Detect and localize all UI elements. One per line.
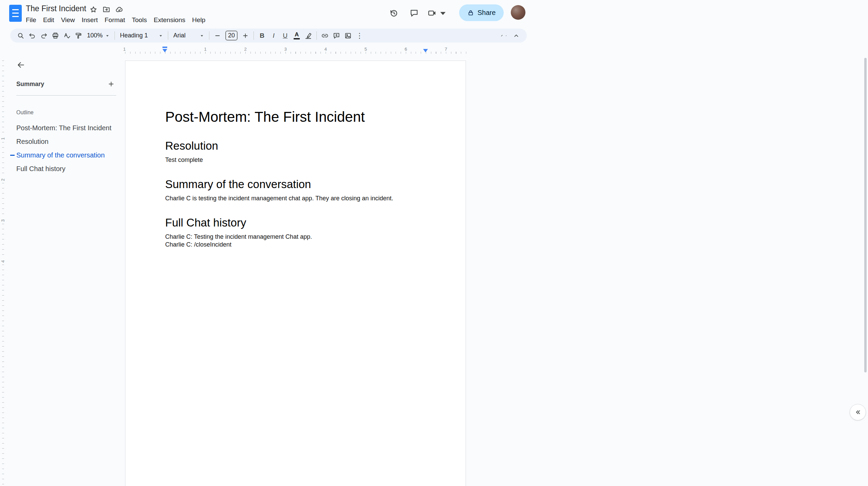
insert-image-button[interactable]: [342, 30, 354, 41]
outline-item[interactable]: Post-Mortem: The First Incident: [0, 121, 122, 135]
history-icon: [389, 9, 398, 18]
doc-heading[interactable]: Summary of the conversation: [165, 178, 432, 191]
account-avatar[interactable]: [511, 5, 525, 20]
doc-paragraph[interactable]: Charlie C is testing the incident manage…: [165, 195, 432, 202]
redo-button[interactable]: [38, 30, 50, 41]
menu-item[interactable]: Extensions: [150, 15, 189, 25]
minus-icon: [214, 32, 221, 39]
menu-item[interactable]: Format: [101, 15, 128, 25]
menu-item[interactable]: Insert: [78, 15, 101, 25]
doc-paragraph[interactable]: Test complete: [165, 156, 432, 164]
font-size-input[interactable]: 20: [225, 31, 238, 40]
chevron-down-icon: [105, 34, 109, 38]
text-color-button[interactable]: A: [291, 30, 302, 41]
star-button[interactable]: [88, 4, 99, 15]
ruler-number: 4: [324, 47, 327, 52]
undo-icon: [29, 32, 36, 39]
bold-icon: B: [260, 32, 264, 39]
add-summary-button[interactable]: [106, 79, 116, 89]
paragraph-style-select[interactable]: Heading 1: [117, 30, 166, 41]
comment-icon: [410, 9, 419, 18]
ruler-number: 4: [0, 258, 5, 265]
docs-logo[interactable]: [9, 5, 22, 22]
paint-roller-icon: [75, 32, 82, 39]
lock-icon: [467, 10, 474, 16]
more-toolbar-options-button[interactable]: ⋮: [354, 30, 365, 41]
ruler-number: 1: [204, 47, 206, 52]
font-family-select[interactable]: Arial: [171, 30, 207, 41]
first-line-indent-marker[interactable]: [162, 47, 167, 48]
title-actions: [88, 4, 124, 15]
ruler-number: 3: [284, 47, 287, 52]
right-indent-marker[interactable]: [423, 49, 428, 52]
toolbar: 100% Heading 1 Arial 20 B I U: [10, 29, 527, 43]
chevron-down-icon: [200, 34, 204, 38]
join-call-button[interactable]: [428, 7, 447, 19]
outline-item[interactable]: Full Chat history: [0, 162, 122, 175]
spelling-grammar-check-button[interactable]: [61, 30, 73, 41]
doc-title-heading[interactable]: Post-Mortem: The First Incident: [165, 108, 432, 125]
outline-item-label: Resolution: [16, 138, 49, 146]
outline-list: Post-Mortem: The First Incident Resoluti…: [0, 121, 122, 175]
doc-paragraph[interactable]: Charlie C: /closeIncident: [165, 241, 432, 249]
italic-button[interactable]: I: [268, 30, 279, 41]
paragraph-style-value: Heading 1: [120, 32, 148, 39]
move-to-folder-button[interactable]: [101, 4, 111, 15]
doc-section: Full Chat history Charlie C: Testing the…: [165, 216, 432, 249]
vertical-scrollbar[interactable]: [864, 58, 867, 372]
outline-item[interactable]: Summary of the conversation: [0, 148, 122, 162]
undo-button[interactable]: [27, 30, 38, 41]
show-side-panel-button[interactable]: [850, 404, 866, 420]
open-comments-button[interactable]: [408, 7, 420, 19]
ruler-number: 1: [123, 47, 125, 52]
menu-item[interactable]: Edit: [40, 15, 58, 25]
menu-item[interactable]: View: [57, 15, 78, 25]
plus-icon: [107, 80, 115, 88]
hide-menus-button[interactable]: [510, 30, 522, 41]
bold-button[interactable]: B: [256, 30, 268, 41]
increase-font-size-button[interactable]: [240, 30, 251, 41]
insert-link-button[interactable]: [319, 30, 331, 41]
add-comment-button[interactable]: [331, 30, 342, 41]
close-outline-button[interactable]: [14, 58, 27, 71]
menu-item[interactable]: Tools: [128, 15, 150, 25]
pencil-icon: [501, 34, 503, 37]
toolbar-separator: [209, 31, 209, 40]
folder-move-icon: [102, 5, 110, 14]
outline-item[interactable]: Resolution: [0, 135, 122, 148]
menu-item[interactable]: Help: [189, 15, 209, 25]
outline-item-label: Summary of the conversation: [16, 151, 105, 159]
decrease-font-size-button[interactable]: [212, 30, 223, 41]
paint-format-button[interactable]: [73, 30, 84, 41]
left-indent-marker[interactable]: [162, 49, 167, 52]
menu-bar: File Edit View Insert Format Tools Exten…: [22, 15, 209, 25]
text-color-icon: A: [294, 32, 300, 39]
doc-heading[interactable]: Resolution: [165, 139, 432, 153]
editing-mode-select[interactable]: [497, 30, 510, 41]
share-button[interactable]: Share: [459, 4, 504, 21]
document-title[interactable]: The First Incident: [26, 4, 86, 13]
add-comment-icon: [333, 32, 340, 39]
highlighter-icon: [305, 32, 312, 39]
more-vertical-icon: ⋮: [356, 32, 363, 40]
sidebar-divider: [16, 95, 116, 96]
toolbar-separator: [168, 31, 168, 40]
doc-sections: Resolution Test complete Summary of the …: [165, 139, 432, 249]
doc-heading[interactable]: Full Chat history: [165, 216, 432, 230]
doc-paragraph[interactable]: Charlie C: Testing the incident manageme…: [165, 233, 432, 241]
menu-item[interactable]: File: [22, 15, 40, 25]
underline-button[interactable]: U: [279, 30, 291, 41]
document-status-button[interactable]: [114, 4, 124, 15]
ruler-number: 6: [404, 47, 407, 52]
star-icon: [89, 5, 98, 14]
search-menus-button[interactable]: [15, 30, 27, 41]
docs-logo-lines: [12, 9, 19, 18]
zoom-select[interactable]: 100%: [84, 30, 112, 41]
chevron-up-icon: [513, 32, 520, 39]
highlight-color-button[interactable]: [302, 30, 314, 41]
outline-label: Outline: [16, 110, 34, 116]
print-button[interactable]: [50, 30, 61, 41]
document-page[interactable]: Post-Mortem: The First Incident Resoluti…: [125, 61, 466, 486]
print-icon: [52, 32, 59, 39]
version-history-button[interactable]: [388, 7, 399, 19]
